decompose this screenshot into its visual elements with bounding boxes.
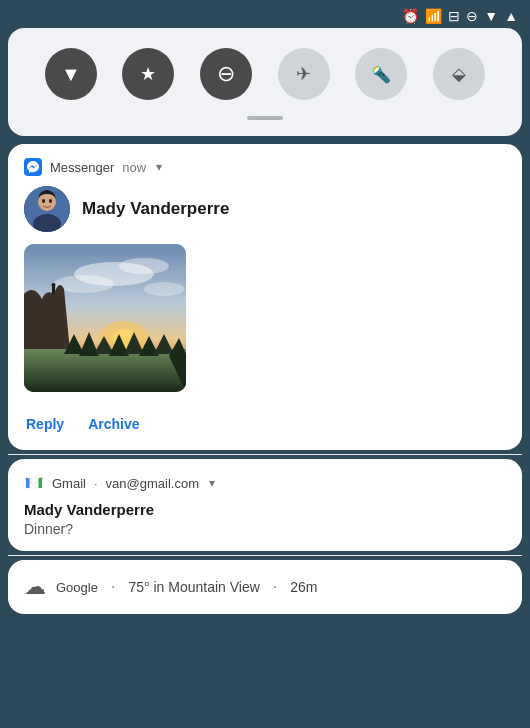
messenger-notification: Messenger now ▾ xyxy=(8,144,522,450)
svg-point-11 xyxy=(144,282,184,296)
status-bar: ⏰ 📶 ⊟ ⊖ ▼ ▲ xyxy=(0,0,530,28)
rotate-toggle[interactable]: ⬙ xyxy=(433,48,485,100)
airplane-toggle[interactable]: ✈ xyxy=(278,48,330,100)
rotate-icon: ⬙ xyxy=(452,63,466,85)
svg-point-5 xyxy=(42,199,45,203)
svg-point-9 xyxy=(119,258,169,274)
svg-rect-18 xyxy=(26,478,30,488)
gmail-preview: Dinner? xyxy=(24,521,506,537)
weather-separator-2: · xyxy=(273,578,277,596)
quick-icons-row: ▼ ★ ⊖ ✈ 🔦 ⬙ xyxy=(32,48,498,100)
flashlight-toggle[interactable]: 🔦 xyxy=(355,48,407,100)
weather-separator-1: · xyxy=(111,578,115,596)
messenger-actions: Reply Archive xyxy=(24,406,506,436)
notif-divider-1 xyxy=(8,454,522,455)
signal-icon: ▲ xyxy=(504,8,518,24)
google-app-name: Google xyxy=(56,580,98,595)
messenger-app-icon xyxy=(24,158,42,176)
messenger-content: Mady Vanderperre xyxy=(24,186,506,436)
gmail-dot: · xyxy=(94,476,98,491)
svg-point-15 xyxy=(52,283,56,287)
gmail-chevron-icon[interactable]: ▾ xyxy=(209,476,215,490)
notifications-area: Messenger now ▾ xyxy=(8,144,522,614)
messenger-chevron-icon[interactable]: ▾ xyxy=(156,160,162,174)
messenger-image xyxy=(24,244,186,392)
gmail-account: van@gmail.com xyxy=(106,476,199,491)
quick-settings-panel: ▼ ★ ⊖ ✈ 🔦 ⬙ xyxy=(8,28,522,136)
gmail-notification: Gmail · van@gmail.com ▾ Mady Vanderperre… xyxy=(8,459,522,551)
wifi-toggle[interactable]: ▼ xyxy=(45,48,97,100)
gmail-app-name: Gmail xyxy=(52,476,86,491)
wifi-icon: ▼ xyxy=(61,63,81,86)
archive-button[interactable]: Archive xyxy=(86,412,141,436)
svg-point-6 xyxy=(49,199,52,203)
bluetooth-status-icon: 📶 xyxy=(425,8,442,24)
dnd-toggle[interactable]: ⊖ xyxy=(200,48,252,100)
svg-rect-14 xyxy=(52,286,55,294)
dnd-status-icon: ⊖ xyxy=(466,8,478,24)
flashlight-icon: 🔦 xyxy=(371,65,391,84)
bluetooth-toggle[interactable]: ★ xyxy=(122,48,174,100)
dnd-icon: ⊖ xyxy=(217,61,235,87)
airplane-icon: ✈ xyxy=(296,63,311,85)
svg-rect-16 xyxy=(24,349,186,392)
alarm-icon: ⏰ xyxy=(402,8,419,24)
messenger-time: now xyxy=(122,160,146,175)
cloud-icon: ☁ xyxy=(24,574,46,600)
gmail-header: Gmail · van@gmail.com ▾ xyxy=(24,473,506,493)
drag-handle[interactable] xyxy=(247,116,283,120)
messenger-header: Messenger now ▾ xyxy=(24,158,506,176)
svg-rect-0 xyxy=(24,158,42,176)
avatar xyxy=(24,186,70,232)
weather-text: 75° in Mountain View xyxy=(128,579,259,595)
svg-rect-19 xyxy=(39,478,43,488)
gmail-app-icon xyxy=(24,473,44,493)
wifi-status-icon: ▼ xyxy=(484,8,498,24)
notif-divider-2 xyxy=(8,555,522,556)
weather-notification: ☁ Google · 75° in Mountain View · 26m xyxy=(8,560,522,614)
gmail-sender: Mady Vanderperre xyxy=(24,501,506,518)
messenger-sender: Mady Vanderperre xyxy=(82,199,229,219)
reply-button[interactable]: Reply xyxy=(24,412,66,436)
bluetooth-icon: ★ xyxy=(140,63,156,85)
weather-time: 26m xyxy=(290,579,317,595)
sender-row: Mady Vanderperre xyxy=(24,186,506,232)
messenger-app-name: Messenger xyxy=(50,160,114,175)
cast-icon: ⊟ xyxy=(448,8,460,24)
